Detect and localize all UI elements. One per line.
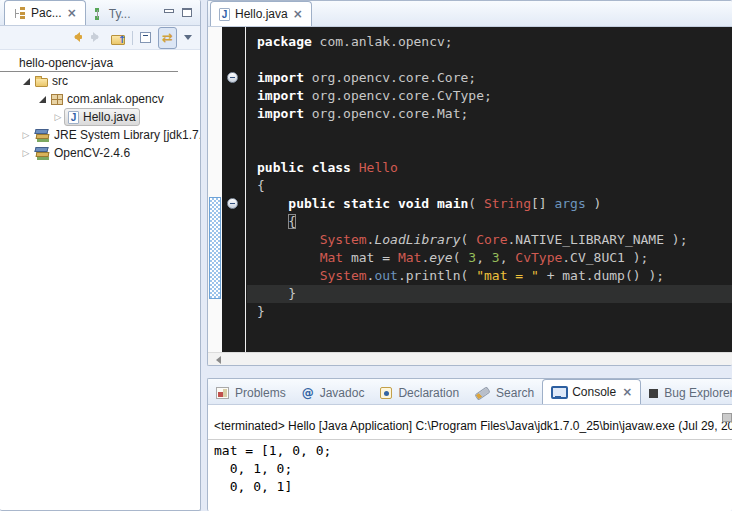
code-token: ( — [461, 232, 477, 247]
minimize-icon[interactable] — [164, 8, 174, 17]
code-token: + mat.dump() ); — [539, 268, 664, 283]
close-icon[interactable] — [67, 6, 77, 20]
tab-javadoc[interactable]: Javadoc — [294, 381, 373, 404]
tree-item-jre-system-library-jdk1-7-0[interactable]: ▷JRE System Library [jdk1.7.0 — [0, 126, 200, 144]
code-line-1: package com.anlak.opencv; — [247, 33, 732, 51]
problems-icon — [216, 387, 229, 399]
code-line-12: System.LoadLibrary( Core.NATIVE_LIBRARY_… — [247, 231, 732, 249]
tab-label: Problems — [235, 386, 286, 400]
code-token — [257, 232, 320, 247]
code-token: System — [320, 232, 367, 247]
console-output-line-2: 0, 1, 0; — [214, 460, 732, 478]
code-line-13: Mat mat = Mat.eye( 3, 3, CvType.CV_8UC1 … — [247, 249, 732, 267]
declaration-icon — [380, 387, 392, 399]
code-token — [351, 160, 359, 175]
code-token: org.opencv.core.Core; — [304, 70, 476, 85]
annotation-ruler[interactable] — [208, 27, 222, 352]
tab-package-explorer[interactable]: Pac... — [4, 0, 86, 25]
tree-item-content: Hello.java — [64, 108, 140, 126]
console-status: <terminated> Hello [Java Application] C:… — [214, 419, 732, 435]
close-icon[interactable] — [293, 7, 303, 21]
editor-tab-hello-java[interactable]: Hello.java — [210, 1, 312, 26]
expanded-arrow-icon[interactable] — [20, 78, 32, 85]
tree-item-content: JRE System Library [jdk1.7.0 — [32, 127, 200, 143]
collapsed-arrow-icon[interactable]: ▷ — [52, 113, 64, 122]
toolbar-separator — [132, 31, 133, 45]
collapsed-arrow-icon[interactable]: ▷ — [20, 149, 32, 158]
package-explorer-panel: Pac... Ty... hello-opencv-javasrccom.anl… — [0, 0, 201, 511]
go-up-button[interactable] — [111, 32, 125, 44]
tab-bug-explorer[interactable]: Bug Explorer — [641, 381, 732, 404]
code-token — [257, 214, 288, 229]
expanded-arrow-icon[interactable] — [36, 96, 48, 103]
code-token: System — [320, 268, 367, 283]
range-indicator — [209, 197, 221, 299]
back-button[interactable] — [69, 32, 83, 43]
tab-problems[interactable]: Problems — [208, 381, 294, 404]
view-menu-icon[interactable] — [184, 35, 192, 44]
code-line-5: import org.opencv.core.Mat; — [247, 105, 732, 123]
forward-button[interactable] — [90, 32, 104, 43]
code-token: .println( — [398, 268, 476, 283]
tab-type-hierarchy[interactable]: Ty... — [86, 2, 139, 25]
code-token: eye — [429, 250, 452, 265]
javadoc-icon — [302, 386, 314, 400]
tree-item-hello-java[interactable]: ▷Hello.java — [0, 108, 200, 126]
scroll-left-icon[interactable] — [212, 356, 221, 364]
collapse-all-button[interactable] — [140, 32, 151, 43]
console-toolbar-icon[interactable] — [722, 413, 732, 422]
bug-icon — [649, 389, 658, 398]
code-token: 3 — [468, 250, 476, 265]
code-token: import — [257, 106, 304, 121]
collapsed-arrow-icon: ▷ — [23, 149, 30, 158]
tree-item-content: src — [32, 73, 71, 89]
code-token: 3 — [492, 250, 500, 265]
code-token: Core — [476, 232, 507, 247]
code-token — [257, 196, 288, 211]
console-view[interactable]: <terminated> Hello [Java Application] C:… — [208, 405, 732, 511]
link-with-editor-button[interactable] — [158, 27, 177, 49]
tree-item-content: hello-opencv-java — [16, 55, 116, 71]
code-token: main — [437, 196, 468, 211]
code-line-3: import org.opencv.core.Core; — [247, 69, 732, 87]
code-line-9: { — [247, 177, 732, 195]
horizontal-scrollbar[interactable] — [208, 352, 732, 366]
code-token — [429, 196, 437, 211]
maximize-icon[interactable] — [182, 8, 192, 17]
bottom-tabbar: ProblemsJavadocDeclarationSearchConsoleB… — [208, 379, 732, 405]
code-line-11: { — [247, 213, 732, 231]
tree-item-opencv-2-4-6[interactable]: ▷OpenCV-2.4.6 — [0, 144, 200, 162]
fold-collapse-icon[interactable] — [227, 72, 238, 83]
expanded-arrow-icon — [39, 96, 46, 103]
code-area[interactable]: package com.anlak.opencv;import org.open… — [247, 27, 732, 352]
code-token: public static void — [288, 196, 429, 211]
code-token: LoadLibrary — [374, 232, 460, 247]
java-file-icon — [219, 8, 230, 21]
code-line-6 — [247, 123, 732, 141]
code-token: import — [257, 70, 304, 85]
code-line-4: import org.opencv.core.CvType; — [247, 87, 732, 105]
collapsed-arrow-icon[interactable]: ▷ — [20, 131, 32, 140]
console-output[interactable]: mat = [1, 0, 0; 0, 1, 0; 0, 0, 1] — [214, 442, 732, 496]
tab-console[interactable]: Console — [542, 379, 641, 404]
close-icon[interactable] — [622, 385, 632, 399]
fold-collapse-icon[interactable] — [227, 198, 238, 209]
tab-label: Pac... — [31, 6, 62, 20]
tree-item-label: Hello.java — [83, 110, 136, 124]
tab-search[interactable]: Search — [467, 381, 542, 404]
code-token: .CV_8UC1 ); — [562, 250, 648, 265]
tab-declaration[interactable]: Declaration — [372, 381, 467, 404]
tab-label: Console — [572, 385, 616, 399]
tree-item-com-anlak-opencv[interactable]: com.anlak.opencv — [0, 90, 200, 108]
code-token — [257, 250, 320, 265]
code-token: import — [257, 88, 304, 103]
tree-item-hello-opencv-java[interactable]: hello-opencv-java — [0, 54, 178, 72]
folding-gutter[interactable] — [222, 27, 246, 352]
code-token: mat = — [343, 250, 398, 265]
tree-item-content: com.anlak.opencv — [48, 91, 167, 107]
code-editor[interactable]: package com.anlak.opencv;import org.open… — [208, 27, 732, 352]
editor-tabbar: Hello.java — [208, 1, 732, 27]
code-token: , — [500, 250, 516, 265]
tree-item-src[interactable]: src — [0, 72, 200, 90]
java-file-icon — [68, 111, 79, 124]
